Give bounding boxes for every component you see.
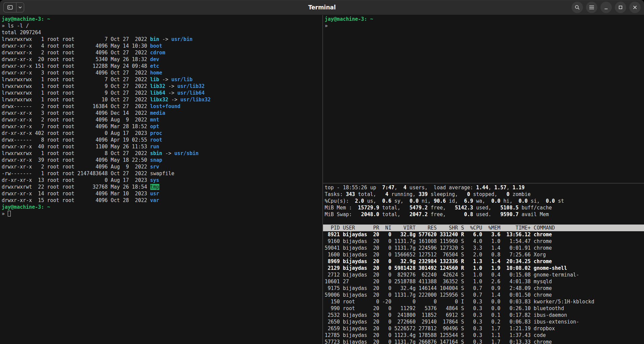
top-process-row: 9175 bijaydas 20 0 32.4g 146144 104004 S… [323,285,644,292]
prompt-symbol: » [325,23,328,29]
top-process-row: 2129 bijaydas 20 0 5981428 301492 124560… [323,265,644,272]
top-process-row: 2532 bijaydas 20 0 241800 11852 6912 S 0… [323,312,644,318]
minimize-icon [604,5,608,9]
chevron-down-icon [18,6,22,8]
command-line-active: » [323,22,644,29]
top-rows: 8921 bijaydas 20 0 32.8g 577620 331240 R… [323,231,644,344]
top-process-row: 990 root 20 0 11292 5376 4864 S 0.3 0.0 … [323,305,644,312]
ls-output: lrwxrwxrwx 1 root root 7 Oct 27 2022 bin… [0,36,322,204]
ls-row: drwxr-xr-x 4 root root 4096 May 14 10:30… [0,43,322,49]
search-icon [575,5,580,10]
ls-row: drwxr-xr-x 14 root root 4096 Mar 10 2023… [0,190,322,197]
close-button[interactable] [629,2,641,13]
prompt-user-host: jay@machine-3: ~ [2,204,50,210]
right-pane-column: jay@machine-3: ~ » top - 18:55:26 up 7:4… [323,15,644,344]
ls-row: drwxr-xr-x 7 root root 4096 Mar 28 18:52… [0,123,322,130]
new-terminal-dropdown-button[interactable] [16,2,24,12]
ls-row: dr-xr-xr-x 13 root root 0 Aug 17 2023 sy… [0,177,322,184]
ls-row: drwxr-xr-x 2 root root 4096 Aug 9 2022 m… [0,116,322,123]
prompt-line: jay@machine-3: ~ [0,204,322,210]
ls-row: drwxrwxrwt 22 root root 32768 May 26 18:… [0,184,322,190]
terminal-cursor [8,211,11,216]
prompt-line: jay@machine-3: ~ [323,16,644,22]
ls-row: lrwxrwxrwx 1 root root 10 Oct 27 2022 li… [0,96,322,103]
prompt-symbol: » [2,211,8,217]
ls-row: lrwxrwxrwx 1 root root 9 Oct 27 2022 lib… [0,83,322,90]
menu-button[interactable] [586,2,597,13]
ls-row: drwxr-xr-x 15 root root 4096 Oct 28 2022… [0,197,322,204]
top-summary-line: %Cpu(s): 2.0 us, 0.6 sy, 0.0 ni, 90.6 id… [323,198,644,204]
maximize-button[interactable] [615,2,626,13]
top-summary-line: Tasks: 343 total, 4 running, 339 sleepin… [323,191,644,198]
prompt-user-host: jay@machine-3: ~ [2,16,50,22]
ls-row: lrwxrwxrwx 1 root root 9 Oct 27 2022 lib… [0,90,322,96]
minimize-button[interactable] [600,2,612,13]
top-process-row: 8969 bijaydas 20 0 32.9g 232984 132336 R… [323,258,644,265]
maximize-icon [619,5,623,9]
ls-row: drwxr-xr-x 151 root root 12288 May 24 09… [0,63,322,69]
ls-row: drwxrwxr-x 2 root root 4096 Oct 27 2022 … [0,49,322,56]
ls-row: drwx------ 2 root root 16384 Oct 27 2022… [0,103,322,110]
ls-row: -rw------- 1 root root 2147483648 Oct 27… [0,170,322,177]
top-process-row: 150 root 0 -20 0 0 0 I 0.3 0.0 0:03.83 k… [323,298,644,305]
top-process-row: 1600 bijaydas 20 0 1566652 127512 76504 … [323,251,644,258]
command-line: » ls -l / [0,22,322,29]
top-process-row: 2659 bijaydas 20 0 5226572 277812 90496 … [323,325,644,332]
top-blank-line [323,218,644,225]
top-process-row: 12785 bijaydas 20 0 1123.4g 178588 12554… [323,332,644,339]
ls-row: drwx------ 8 root root 4096 Apr 19 02:55… [0,137,322,143]
ls-row: drwxr-xr-x 3 root root 4096 Dec 14 2022 … [0,110,322,116]
top-process-row: 59041 bijaydas 20 0 1131.7g 224596 12732… [323,245,644,251]
top-process-row: 8921 bijaydas 20 0 32.8g 577620 331240 R… [323,231,644,238]
search-button[interactable] [572,2,583,13]
window-title: Terminal [0,4,644,11]
top-summary-line: MiB Swap: 2048.0 total, 2047.2 free, 0.8… [323,211,644,218]
right-bottom-terminal-pane[interactable]: top - 18:55:26 up 7:47, 4 users, load av… [323,184,644,344]
ls-row: drwxr-xr-x 3 root root 4096 Oct 27 2022 … [0,69,322,76]
hamburger-icon [589,5,594,9]
ls-row: dr-xr-xr-x 402 root root 0 Aug 17 2023 p… [0,130,322,137]
top-table-header: PID USER PR NI VIRT RES SHR S %CPU %MEM … [323,225,644,231]
top-process-row: 59006 bijaydas 20 0 1131.7g 222000 12595… [323,292,644,298]
right-top-terminal-pane[interactable]: jay@machine-3: ~ » [323,15,644,183]
command-line-active: » [0,210,322,217]
ls-row: lrwxrwxrwx 1 root root 7 Oct 27 2022 bin… [0,36,322,43]
new-terminal-button[interactable] [3,2,16,12]
prompt-symbol: » [2,23,8,29]
prompt-user-host: jay@machine-3: ~ [325,16,373,22]
top-process-row: 57723 bijaydas 20 0 1131.7g 266876 14716… [323,339,644,344]
ls-row: drwxr-xr-x 2 root root 4096 Aug 9 2022 s… [0,163,322,170]
terminal-window: Terminal [0,0,644,344]
command-text: ls -l / [8,23,29,29]
top-process-row: 2712 bijaydas 20 0 829276 62240 42624 S … [323,272,644,278]
ls-row: lrwxrwxrwx 1 root root 8 Oct 27 2022 sbi… [0,150,322,157]
titlebar: Terminal [0,0,644,15]
top-summary: top - 18:55:26 up 7:47, 4 users, load av… [323,184,644,218]
panes-container: jay@machine-3: ~ » ls -l / total 2097264… [0,15,644,344]
titlebar-left-buttons [3,2,24,12]
prompt-line: jay@machine-3: ~ [0,16,322,22]
ls-total-line: total 2097264 [0,29,322,36]
ls-row: drwxr-xr-x 40 root root 1100 May 26 11:5… [0,143,322,150]
top-process-row: 2650 bijaydas 20 0 272660 29140 17864 S … [323,318,644,325]
left-terminal-pane[interactable]: jay@machine-3: ~ » ls -l / total 2097264… [0,15,322,344]
top-summary-line: top - 18:55:26 up 7:47, 4 users, load av… [323,184,644,191]
ls-row: drwxr-xr-x 39 root root 4096 May 18 22:5… [0,157,322,163]
close-icon [633,5,637,9]
new-terminal-icon [7,5,13,10]
titlebar-right-buttons [572,2,641,13]
top-process-row: 9160 bijaydas 20 0 1131.7g 161008 115960… [323,238,644,245]
ls-row: lrwxrwxrwx 1 root root 7 Oct 27 2022 lib… [0,76,322,83]
top-summary-line: MiB Mem : 15729.9 total, 5479.2 free, 51… [323,204,644,211]
top-process-row: 10601 27 20 0 2518788 411388 36352 S 1.0… [323,278,644,285]
ls-row: drwxr-xr-x 20 root root 5340 May 26 18:3… [0,56,322,63]
